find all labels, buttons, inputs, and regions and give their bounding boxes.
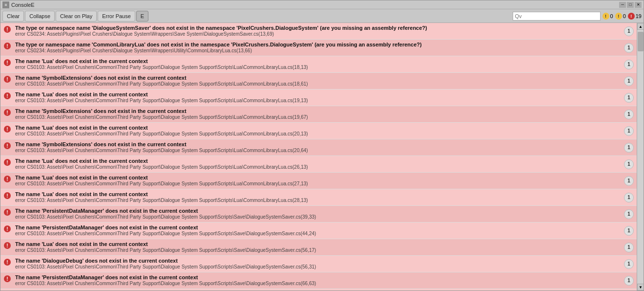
error-icon: ! (4, 275, 11, 282)
warn-counter: ! 0 (602, 13, 613, 20)
error-content: The name 'Lua' does not exist in the cur… (14, 123, 621, 139)
warn-icon: ! (602, 13, 609, 20)
error-title: The name 'Lua' does not exist in the cur… (15, 91, 619, 97)
error-detail: error CS0103: Assets\Pixel Crushers\Comm… (15, 65, 619, 70)
table-row[interactable]: ! The name 'Lua' does not exist in the c… (0, 90, 637, 106)
table-row[interactable]: ! The name 'SymbolExtensions' does not e… (0, 106, 637, 123)
error-icon-cell: ! (0, 123, 14, 139)
error-title: The type or namespace name 'CommonLibrar… (15, 42, 619, 47)
error-detail: error CS0103: Assets\Pixel Crushers\Comm… (15, 247, 619, 253)
error-pause-button[interactable]: Error Pause (98, 11, 135, 22)
error-icon: ! (4, 142, 11, 149)
error-icon: ! (4, 43, 11, 49)
title-bar: ≡ ConsoleE ─ □ ✕ (0, 0, 644, 9)
error-icon-cell: ! (0, 73, 14, 89)
table-row[interactable]: ! The name 'SymbolExtensions' does not e… (0, 139, 637, 156)
table-row[interactable]: ! The type or namespace name 'CommonLibr… (0, 40, 637, 56)
title-bar-controls: ─ □ ✕ (619, 2, 642, 8)
error-icon-cell: ! (0, 289, 14, 291)
error-icon-cell: ! (0, 156, 14, 172)
error-count-cell: 1 (621, 173, 637, 189)
error-detail: error CS0103: Assets\Pixel Crushers\Comm… (15, 281, 619, 286)
window-title: ConsoleE (11, 2, 35, 8)
error-count-badge: 1 (624, 26, 634, 36)
error-content: The name 'Lua' does not exist in the cur… (14, 189, 621, 205)
error-count-badge: 1 (624, 209, 634, 219)
error-count-cell: 1 (621, 206, 637, 222)
error-count-cell: 1 (621, 123, 637, 139)
e-button[interactable]: E (136, 11, 148, 22)
error-red-count: 19 (636, 13, 642, 19)
error-count-badge: 1 (624, 159, 634, 169)
error-count-cell: 1 (621, 156, 637, 172)
table-row[interactable]: ! The name 'Lua' does not exist in the c… (0, 123, 637, 139)
error-title: The type or namespace name 'DialogueSyst… (15, 25, 619, 31)
clear-on-play-button[interactable]: Clear on Play (56, 11, 97, 22)
minimize-button[interactable]: ─ (619, 2, 626, 8)
error-count-badge: 1 (624, 93, 634, 103)
error-count-badge: 1 (624, 126, 634, 136)
table-row[interactable]: ! The name 'Lua' does not exist in the c… (0, 56, 637, 73)
error-counter-zero: ! 0 (615, 13, 626, 20)
error-count-cell: 1 (621, 90, 637, 106)
error-count-cell: 1 (621, 106, 637, 122)
error-detail: error CS0103: Assets\Pixel Crushers\Comm… (15, 231, 619, 236)
table-row[interactable]: ! The name 'PersistentDataManager' does … (0, 289, 637, 291)
maximize-button[interactable]: □ (627, 2, 634, 8)
error-content: The name 'PersistentDataManager' does no… (14, 206, 621, 222)
close-button[interactable]: ✕ (635, 2, 642, 8)
error-detail: error CS0234: Assets\Plugins\Pixel Crush… (15, 48, 619, 53)
table-row[interactable]: ! The name 'Lua' does not exist in the c… (0, 239, 637, 256)
error-title: The name 'SymbolExtensions' does not exi… (15, 108, 619, 114)
table-row[interactable]: ! The name 'Lua' does not exist in the c… (0, 173, 637, 189)
error-detail: error CS0103: Assets\Pixel Crushers\Comm… (15, 98, 619, 103)
error-content: The name 'Lua' does not exist in the cur… (14, 156, 621, 172)
scroll-up-button[interactable]: ▲ (637, 23, 644, 30)
table-row[interactable]: ! The name 'PersistentDataManager' does … (0, 206, 637, 223)
error-icon: ! (4, 26, 11, 33)
error-icon: ! (4, 192, 11, 199)
error-count-badge: 1 (624, 193, 634, 202)
error-content: The type or namespace name 'CommonLibrar… (14, 40, 621, 56)
error-title: The name 'SymbolExtensions' does not exi… (15, 141, 619, 147)
error-icon-cell: ! (0, 56, 14, 72)
error-content: The name 'Lua' does not exist in the cur… (14, 56, 621, 72)
error-icon-cell: ! (0, 206, 14, 222)
scroll-down-button[interactable]: ▼ (637, 284, 644, 291)
error-count-cell: 1 (621, 223, 637, 239)
table-row[interactable]: ! The name 'SymbolExtensions' does not e… (0, 73, 637, 90)
table-row[interactable]: ! The name 'Lua' does not exist in the c… (0, 156, 637, 173)
error-content: The name 'DialogueDebug' does not exist … (14, 256, 621, 272)
error-content: The type or namespace name 'DialogueSyst… (14, 23, 621, 39)
table-row[interactable]: ! The name 'Lua' does not exist in the c… (0, 189, 637, 206)
error-detail: error CS0103: Assets\Pixel Crushers\Comm… (15, 264, 619, 269)
error-icon: ! (4, 126, 11, 133)
console-icon: ≡ (2, 1, 9, 8)
search-input[interactable] (513, 12, 601, 21)
table-row[interactable]: ! The name 'DialogueDebug' does not exis… (0, 256, 637, 272)
collapse-button[interactable]: Collapse (25, 11, 55, 22)
scrollbar[interactable]: ▲ ▼ (637, 23, 644, 291)
error-icon-cell: ! (0, 90, 14, 106)
error-icon: ! (4, 92, 11, 99)
main-content: ! The type or namespace name 'DialogueSy… (0, 23, 644, 291)
clear-button[interactable]: Clear (2, 11, 24, 22)
error-detail: error CS0103: Assets\Pixel Crushers\Comm… (15, 131, 619, 136)
error-icon: ! (4, 225, 11, 232)
error-count-zero: 0 (623, 13, 626, 19)
error-icon-cell: ! (0, 40, 14, 56)
table-row[interactable]: ! The name 'PersistentDataManager' does … (0, 272, 637, 289)
error-count-cell: 1 (621, 40, 637, 56)
table-row[interactable]: ! The type or namespace name 'DialogueSy… (0, 23, 637, 40)
toolbar: Clear Collapse Clear on Play Error Pause… (0, 9, 644, 23)
table-row[interactable]: ! The name 'PersistentDataManager' does … (0, 223, 637, 239)
error-red-icon: ! (628, 13, 635, 20)
error-content: The name 'SymbolExtensions' does not exi… (14, 139, 621, 156)
scrollbar-thumb[interactable] (638, 32, 644, 51)
error-detail: error CS0103: Assets\Pixel Crushers\Comm… (15, 81, 619, 87)
error-count-cell: 1 (621, 256, 637, 272)
error-icon: ! (4, 109, 11, 116)
error-list[interactable]: ! The type or namespace name 'DialogueSy… (0, 23, 637, 291)
error-title: The name 'SymbolExtensions' does not exi… (15, 75, 619, 81)
error-content: The name 'SymbolExtensions' does not exi… (14, 73, 621, 89)
